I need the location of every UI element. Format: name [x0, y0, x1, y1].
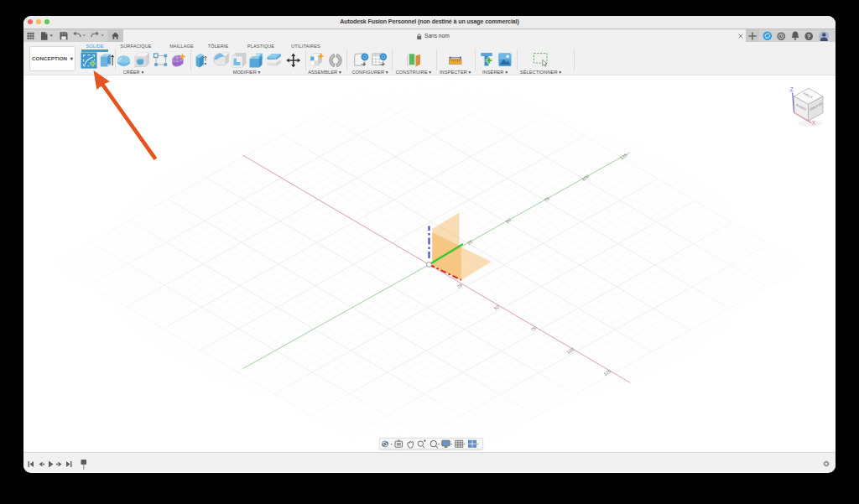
svg-text:Z: Z — [790, 86, 794, 92]
svg-text:?: ? — [807, 33, 810, 39]
svg-text:X: X — [812, 120, 816, 126]
